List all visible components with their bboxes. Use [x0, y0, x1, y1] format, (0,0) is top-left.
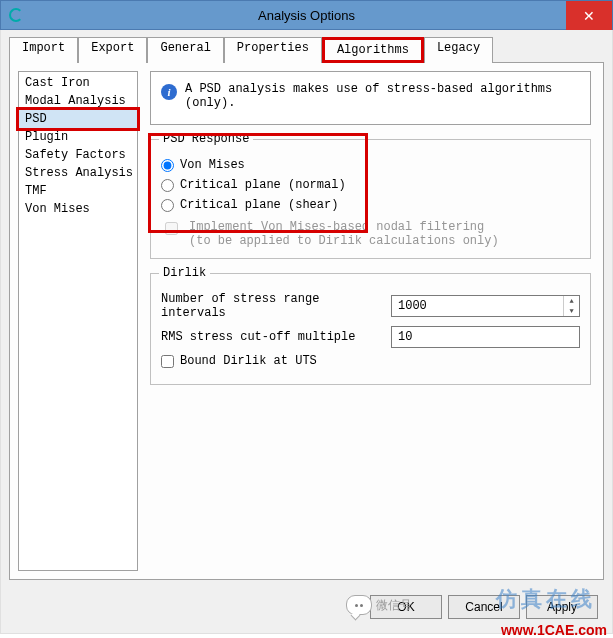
tab-import[interactable]: Import	[9, 37, 78, 63]
tabstrip: Import Export General Properties Algorit…	[9, 36, 604, 62]
bound-dirlik-row[interactable]: Bound Dirlik at UTS	[161, 354, 580, 368]
rms-input[interactable]	[391, 326, 580, 348]
chevron-up-icon[interactable]: ▲	[564, 296, 579, 306]
nodal-filter-line1: Implement Von Mises-based nodal filterin…	[189, 220, 499, 234]
radio-critical-shear-input[interactable]	[161, 199, 174, 212]
footer-url: www.1CAE.com	[501, 622, 607, 638]
dirlik-group: Dirlik Number of stress range intervals …	[150, 273, 591, 385]
close-icon: ✕	[583, 8, 595, 24]
sidebar-item-von-mises[interactable]: Von Mises	[19, 200, 137, 218]
close-button[interactable]: ✕	[566, 1, 612, 31]
radio-von-mises-label: Von Mises	[180, 158, 245, 172]
wechat-watermark: 微信号	[346, 595, 412, 615]
radio-critical-normal-label: Critical plane (normal)	[180, 178, 346, 192]
info-icon: i	[161, 84, 177, 100]
tab-export[interactable]: Export	[78, 37, 147, 63]
bound-dirlik-checkbox[interactable]	[161, 355, 174, 368]
titlebar: Analysis Options ✕	[0, 0, 613, 30]
radio-critical-shear-label: Critical plane (shear)	[180, 198, 338, 212]
wechat-label: 微信号	[376, 597, 412, 614]
radio-critical-shear[interactable]: Critical plane (shear)	[161, 198, 580, 212]
chevron-down-icon[interactable]: ▼	[564, 306, 579, 316]
psd-response-legend: PSD Response	[159, 132, 253, 146]
tab-general[interactable]: General	[147, 37, 223, 63]
settings-panel: i A PSD analysis makes use of stress-bas…	[138, 63, 603, 579]
nodal-filter-option: Implement Von Mises-based nodal filterin…	[161, 220, 580, 248]
bound-dirlik-label: Bound Dirlik at UTS	[180, 354, 317, 368]
sidebar-item-cast-iron[interactable]: Cast Iron	[19, 74, 137, 92]
tab-properties[interactable]: Properties	[224, 37, 322, 63]
tab-pane: Cast Iron Modal Analysis PSD Plugin Safe…	[9, 62, 604, 580]
wechat-icon	[346, 595, 372, 615]
sidebar-item-psd[interactable]: PSD	[16, 107, 140, 131]
psd-response-group: PSD Response Von Mises Critical plane (n…	[150, 139, 591, 259]
radio-von-mises-input[interactable]	[161, 159, 174, 172]
nodal-filter-checkbox	[165, 222, 178, 235]
window-title: Analysis Options	[1, 8, 612, 23]
radio-critical-normal-input[interactable]	[161, 179, 174, 192]
sidebar-item-safety-factors[interactable]: Safety Factors	[19, 146, 137, 164]
sidebar-item-stress-analysis[interactable]: Stress Analysis	[19, 164, 137, 182]
intervals-spin-buttons[interactable]: ▲ ▼	[563, 296, 579, 316]
radio-critical-normal[interactable]: Critical plane (normal)	[161, 178, 580, 192]
sidebar-item-tmf[interactable]: TMF	[19, 182, 137, 200]
intervals-input[interactable]	[392, 296, 563, 316]
tab-legacy[interactable]: Legacy	[424, 37, 493, 63]
tab-algorithms[interactable]: Algorithms	[322, 37, 424, 63]
dialog-body: Import Export General Properties Algorit…	[0, 30, 613, 634]
intervals-label: Number of stress range intervals	[161, 292, 385, 320]
tab-algorithms-label: Algorithms	[325, 40, 421, 60]
radio-von-mises[interactable]: Von Mises	[161, 158, 580, 172]
rms-row: RMS stress cut-off multiple	[161, 326, 580, 348]
info-box: i A PSD analysis makes use of stress-bas…	[150, 71, 591, 125]
nodal-filter-line2: (to be applied to Dirlik calculations on…	[189, 234, 499, 248]
info-text: A PSD analysis makes use of stress-based…	[185, 82, 580, 110]
intervals-spinner[interactable]: ▲ ▼	[391, 295, 580, 317]
dirlik-legend: Dirlik	[159, 266, 210, 280]
intervals-row: Number of stress range intervals ▲ ▼	[161, 292, 580, 320]
rms-label: RMS stress cut-off multiple	[161, 330, 385, 344]
overlay-watermark: 仿真在线	[496, 585, 596, 613]
category-list: Cast Iron Modal Analysis PSD Plugin Safe…	[18, 71, 138, 571]
